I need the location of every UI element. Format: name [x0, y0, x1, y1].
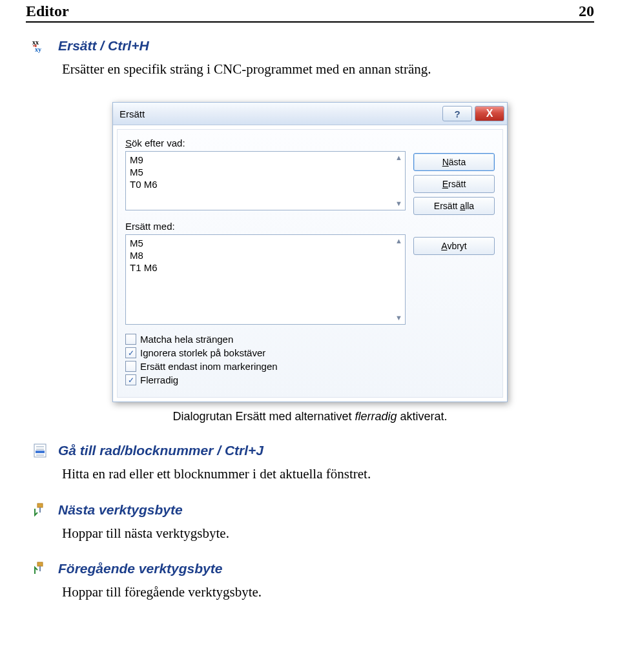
- dialog-title: Ersätt: [119, 108, 440, 119]
- section-prev-toolchange: Föregående verktygsbyte Hoppar till före…: [26, 561, 594, 602]
- scroll-up-icon[interactable]: ▲: [395, 154, 402, 161]
- replace-label: Ersätt med:: [125, 221, 406, 232]
- section-title: Föregående verktygsbyte: [58, 561, 222, 576]
- checkbox-box: [125, 361, 136, 372]
- section-title: Gå till rad/blocknummer / Ctrl+J: [58, 443, 264, 458]
- scroll-down-icon[interactable]: ▼: [395, 200, 402, 207]
- checkbox-box: [125, 334, 136, 345]
- scroll-up-icon[interactable]: ▲: [395, 238, 402, 245]
- section-goto-line: Gå till rad/blocknummer / Ctrl+J Hitta e…: [26, 443, 594, 484]
- section-body: Ersätter en specifik sträng i CNC-progra…: [62, 60, 594, 79]
- help-button[interactable]: ?: [442, 106, 472, 121]
- section-title: Ersätt / Ctrl+H: [58, 38, 149, 54]
- section-body: Hitta en rad eller ett blocknummer i det…: [62, 465, 594, 484]
- close-icon: X: [486, 108, 493, 119]
- section-body: Hoppar till föregående verktygsbyte.: [62, 583, 594, 602]
- svg-rect-7: [37, 504, 43, 507]
- replace-button[interactable]: Ersätt: [413, 175, 495, 193]
- svg-rect-5: [36, 451, 45, 453]
- page-header: Editor 20: [26, 3, 594, 23]
- scroll-down-icon[interactable]: ▼: [395, 314, 402, 321]
- close-button[interactable]: X: [475, 106, 504, 121]
- help-icon: ?: [454, 108, 460, 119]
- replace-all-button[interactable]: Ersätt alla: [413, 197, 495, 215]
- svg-rect-9: [37, 562, 43, 566]
- cancel-button[interactable]: Avbryt: [413, 237, 495, 255]
- search-input[interactable]: M9 M5 T0 M6 ▲ ▼: [125, 151, 406, 210]
- search-label: Sök efter vad:: [125, 137, 406, 148]
- checkbox-box: ✓: [125, 347, 136, 358]
- next-button[interactable]: Nästa: [413, 153, 495, 171]
- section-replace: xx xy Ersätt / Ctrl+H Ersätter en specif…: [26, 38, 594, 79]
- section-next-toolchange: Nästa verktygsbyte Hoppar till nästa ver…: [26, 502, 594, 543]
- checkbox-match-whole[interactable]: Matcha hela strängen: [125, 334, 406, 345]
- replace-dialog: Ersätt ? X Sök efter vad: M9 M5 T0 M6 ▲: [112, 102, 508, 402]
- section-body: Hoppar till nästa verktygsbyte.: [62, 524, 594, 543]
- svg-rect-10: [39, 566, 41, 571]
- header-page-number: 20: [579, 3, 594, 20]
- prev-toolchange-icon: [32, 561, 50, 576]
- dialog-titlebar: Ersätt ? X: [113, 103, 507, 125]
- checkbox-selection-only[interactable]: Ersätt endast inom markeringen: [125, 361, 406, 372]
- svg-rect-8: [39, 507, 41, 513]
- section-title: Nästa verktygsbyte: [58, 502, 183, 518]
- figure-caption: Dialogrutan Ersätt med alternativet fler…: [26, 410, 594, 423]
- replace-input[interactable]: M5 M8 T1 M6 ▲ ▼: [125, 234, 406, 325]
- goto-line-icon: [32, 443, 50, 458]
- replace-icon: xx xy: [32, 38, 50, 54]
- checkbox-box: ✓: [125, 374, 136, 385]
- checkbox-multiline[interactable]: ✓ Flerradig: [125, 374, 406, 385]
- header-left: Editor: [26, 3, 69, 20]
- checkbox-ignore-case[interactable]: ✓ Ignorera storlek på bokstäver: [125, 347, 406, 358]
- next-toolchange-icon: [32, 502, 50, 518]
